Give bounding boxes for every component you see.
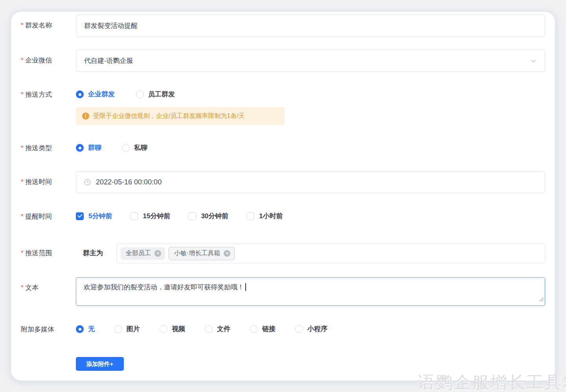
push-method-option-label: 企业群发	[88, 90, 115, 99]
push-type-option-group-chat[interactable]: 群聊	[76, 144, 101, 152]
remind-time-checkbox-group: 5分钟前 15分钟前 30分钟前 1小时前	[76, 212, 283, 221]
radio-checked-icon	[76, 90, 84, 98]
media-radio-group: 无 图片 视频 文件 链接 小程序	[76, 325, 327, 333]
media-option-video[interactable]: 视频	[160, 325, 185, 333]
push-method-option-employee[interactable]: 员工群发	[136, 90, 175, 99]
field-label-remind-time: 提醒时间	[21, 212, 52, 221]
scope-tag: 小敏·增长工具箱 ✕	[169, 247, 235, 260]
clock-icon	[84, 179, 91, 186]
media-option-link[interactable]: 链接	[250, 325, 276, 333]
remind-option-1hour[interactable]: 1小时前	[246, 212, 283, 221]
remind-option-label: 15分钟前	[143, 212, 170, 221]
wecom-select[interactable]: 代自建-语鹦企服	[76, 50, 545, 72]
field-label-push-method: 推送方式	[21, 90, 52, 99]
push-method-option-label: 员工群发	[148, 90, 175, 99]
field-label-text: 文本	[21, 283, 39, 292]
push-time-value: 2022-05-16 00:00:00	[96, 178, 162, 186]
push-time-datetime-input[interactable]: 2022-05-16 00:00:00	[76, 171, 545, 193]
checkbox-unchecked-icon	[188, 212, 196, 220]
checkbox-unchecked-icon	[130, 212, 138, 220]
media-option-none[interactable]: 无	[76, 325, 95, 333]
message-text-value: 欢迎参加我们的裂变活动，邀请好友即可获得奖励哦！	[84, 283, 244, 291]
scope-tag-label: 全部员工	[126, 249, 151, 258]
add-attachment-button[interactable]: 添加附件+	[76, 357, 124, 371]
scope-tag: 全部员工 ✕	[121, 247, 165, 260]
remind-option-label: 5分钟前	[88, 212, 112, 221]
media-option-label: 图片	[127, 325, 140, 333]
radio-unchecked-icon	[122, 144, 130, 152]
media-option-label: 文件	[217, 325, 230, 333]
push-type-option-label: 群聊	[88, 144, 101, 152]
field-label-wecom: 企业微信	[21, 56, 52, 65]
push-scope-tags-input[interactable]: 全部员工 ✕ 小敏·增长工具箱 ✕	[116, 243, 545, 264]
radio-checked-icon	[76, 325, 84, 333]
form-card: 群发名称 群发裂变活动提醒 企业微信 代自建-语鹦企服 推送方式 企业群发 员工…	[11, 12, 555, 381]
message-text-textarea[interactable]: 欢迎参加我们的裂变活动，邀请好友即可获得奖励哦！	[76, 277, 545, 306]
radio-unchecked-icon	[295, 325, 303, 333]
warning-text: 受限于企业微信规则，企业/员工群发频率限制为1条/天	[93, 112, 245, 120]
field-label-push-type: 推送类型	[21, 144, 52, 153]
tag-remove-icon[interactable]: ✕	[154, 250, 161, 257]
field-label-push-scope: 推送范围	[21, 249, 52, 258]
push-type-radio-group: 群聊 私聊	[76, 144, 147, 152]
tag-remove-icon[interactable]: ✕	[224, 250, 230, 257]
media-option-file[interactable]: 文件	[205, 325, 230, 333]
push-type-option-private-chat[interactable]: 私聊	[122, 144, 147, 152]
remind-option-15min[interactable]: 15分钟前	[130, 212, 170, 221]
media-option-image[interactable]: 图片	[114, 325, 140, 333]
push-type-option-label: 私聊	[134, 144, 147, 152]
push-method-radio-group: 企业群发 员工群发	[76, 90, 175, 99]
group-owner-prefix-label: 群主为	[83, 249, 103, 258]
media-option-label: 无	[88, 325, 95, 333]
frequency-warning-banner: ! 受限于企业微信规则，企业/员工群发频率限制为1条/天	[76, 107, 285, 125]
textarea-resize-grip[interactable]	[539, 295, 544, 304]
radio-unchecked-icon	[160, 325, 167, 333]
media-option-label: 小程序	[307, 325, 327, 333]
media-option-label: 链接	[262, 325, 276, 333]
media-option-label: 视频	[172, 325, 185, 333]
wecom-selected-value: 代自建-语鹦企服	[84, 56, 133, 65]
remind-option-30min[interactable]: 30分钟前	[188, 212, 228, 221]
scope-tag-label: 小敏·增长工具箱	[174, 249, 220, 258]
radio-unchecked-icon	[114, 325, 122, 333]
remind-option-label: 1小时前	[259, 212, 283, 221]
mass-send-name-value: 群发裂变活动提醒	[84, 21, 138, 30]
warning-icon: !	[82, 112, 89, 120]
field-label-mass-send-name: 群发名称	[21, 21, 52, 30]
checkbox-unchecked-icon	[246, 212, 254, 220]
checkbox-checked-icon	[76, 212, 84, 220]
radio-unchecked-icon	[205, 325, 213, 333]
mass-send-name-input[interactable]: 群发裂变活动提醒	[76, 15, 545, 37]
field-label-media: 附加多媒体	[21, 325, 54, 334]
chevron-down-icon	[530, 57, 537, 64]
field-label-push-time: 推送时间	[21, 178, 52, 186]
remind-option-5min[interactable]: 5分钟前	[76, 212, 112, 221]
media-option-miniprogram[interactable]: 小程序	[295, 325, 327, 333]
remind-option-label: 30分钟前	[201, 212, 228, 221]
radio-unchecked-icon	[250, 325, 258, 333]
push-method-option-enterprise[interactable]: 企业群发	[76, 90, 115, 99]
text-cursor	[245, 283, 246, 291]
radio-unchecked-icon	[136, 90, 144, 98]
radio-checked-icon	[76, 144, 84, 152]
